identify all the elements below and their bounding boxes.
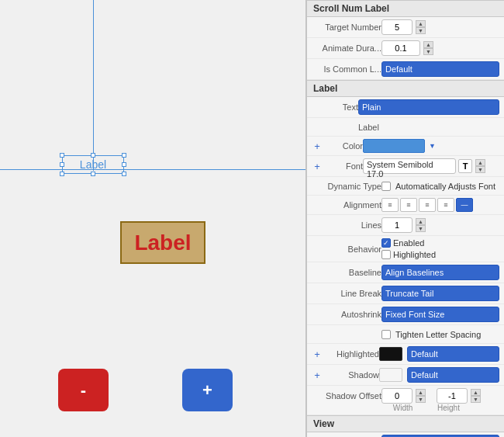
- tighten-checkbox[interactable]: [381, 330, 391, 339]
- lines-down[interactable]: ▼: [416, 225, 426, 232]
- label-sublabel-text: Label: [358, 123, 379, 132]
- font-plus-icon[interactable]: +: [312, 161, 323, 172]
- target-number-label: Target Number: [312, 23, 381, 32]
- behavior-enabled-checkbox[interactable]: ✓: [381, 238, 391, 248]
- font-label: Font: [323, 161, 363, 171]
- shadow-height-down[interactable]: ▼: [471, 396, 481, 403]
- shadow-width-up[interactable]: ▲: [416, 389, 426, 396]
- label-sublabel-container: Label: [358, 123, 499, 132]
- autoshrink-dropdown-arrow: ▼: [488, 310, 495, 318]
- lines-up[interactable]: ▲: [416, 218, 426, 225]
- behavior-value-container: ✓ Enabled Highlighted: [381, 238, 499, 259]
- shadow-offset-labels-row: Width Height: [381, 404, 470, 412]
- animate-duration-stepper[interactable]: ▲ ▼: [423, 41, 433, 55]
- selection-handle-bc[interactable]: [91, 172, 95, 176]
- animate-duration-input[interactable]: 0.1: [381, 40, 420, 56]
- selection-handle-tr[interactable]: [122, 153, 126, 158]
- shadow-height-up[interactable]: ▲: [471, 389, 481, 396]
- shadow-color-swatch[interactable]: [379, 368, 402, 382]
- selected-label-widget[interactable]: Label: [62, 155, 124, 174]
- font-size-down[interactable]: ▼: [475, 166, 485, 173]
- tighten-value-container: Tighten Letter Spacing: [381, 330, 499, 339]
- align-justify-btn[interactable]: ≡: [437, 198, 454, 212]
- animate-duration-up[interactable]: ▲: [423, 41, 433, 48]
- shadow-dropdown[interactable]: Default ▼: [407, 367, 499, 383]
- target-number-down[interactable]: ▼: [416, 27, 426, 34]
- shadow-offset-height-stepper[interactable]: ▲ ▼: [471, 389, 481, 403]
- lines-stepper[interactable]: ▲ ▼: [416, 218, 426, 232]
- lines-input[interactable]: 1: [381, 217, 413, 233]
- text-value-container: Plain ▼: [358, 99, 499, 115]
- behavior-highlighted-label: Highlighted: [393, 250, 436, 259]
- label-box-widget[interactable]: Label: [120, 221, 205, 264]
- color-row: + Color ▼: [307, 137, 504, 156]
- selection-handle-ml[interactable]: [60, 162, 64, 167]
- font-stepper[interactable]: ▲ ▼: [475, 159, 485, 173]
- selected-label-text: Label: [80, 158, 106, 171]
- font-T-button[interactable]: T: [458, 159, 472, 173]
- tighten-label: Tighten Letter Spacing: [395, 330, 481, 339]
- behavior-highlighted-checkbox[interactable]: [381, 250, 391, 259]
- font-input[interactable]: System Semibold 17.0: [363, 158, 456, 174]
- highlighted-color-swatch[interactable]: [379, 347, 402, 361]
- minus-button[interactable]: -: [58, 369, 109, 411]
- shadow-offset-width-stepper[interactable]: ▲ ▼: [416, 389, 426, 403]
- line-break-dropdown-arrow: ▼: [488, 290, 495, 297]
- selection-handle-tc[interactable]: [91, 153, 95, 158]
- autoshrink-label: Autoshrink: [312, 310, 381, 319]
- shadow-offset-top: Shadow Offset 0 ▲ ▼ -1 ▲ ▼: [312, 388, 499, 404]
- text-dropdown[interactable]: Plain ▼: [358, 99, 499, 115]
- highlighted-value-container: Default ▼: [379, 346, 499, 362]
- selection-handle-tl[interactable]: [60, 153, 64, 158]
- highlighted-dropdown[interactable]: Default ▼: [407, 346, 499, 362]
- color-dropdown-arrow: ▼: [429, 142, 436, 150]
- text-label: Text: [312, 102, 358, 112]
- is-common-dropdown-arrow: ▼: [488, 65, 495, 73]
- selection-handle-mr[interactable]: [122, 162, 126, 167]
- animate-duration-value-container: 0.1 ▲ ▼: [381, 40, 499, 56]
- dynamic-type-checkbox[interactable]: [381, 182, 391, 191]
- baseline-dropdown[interactable]: Align Baselines ▼: [381, 265, 499, 280]
- color-plus-icon[interactable]: +: [312, 140, 323, 152]
- baseline-dropdown-arrow: ▼: [488, 269, 495, 276]
- color-swatch[interactable]: [363, 139, 425, 153]
- animate-duration-row: Animate Dura... 0.1 ▲ ▼: [307, 38, 504, 59]
- target-number-stepper[interactable]: ▲ ▼: [416, 20, 426, 34]
- font-row: + Font System Semibold 17.0 T ▲ ▼: [307, 156, 504, 177]
- align-right-btn[interactable]: ≡: [419, 198, 436, 212]
- selection-handle-bl[interactable]: [60, 172, 64, 176]
- highlighted-plus-icon[interactable]: +: [312, 349, 323, 360]
- shadow-plus-icon[interactable]: +: [312, 369, 323, 381]
- font-size-up[interactable]: ▲: [475, 159, 485, 166]
- autoshrink-dropdown[interactable]: Fixed Font Size ▼: [381, 307, 499, 322]
- target-number-up[interactable]: ▲: [416, 20, 426, 27]
- baseline-label: Baseline: [312, 268, 381, 277]
- selection-handle-br[interactable]: [122, 172, 126, 176]
- is-common-dropdown[interactable]: Default ▼: [381, 61, 499, 77]
- section-scroll-num-label: Scroll Num Label: [307, 0, 504, 17]
- target-number-input[interactable]: 5: [381, 19, 413, 35]
- font-value-container: System Semibold 17.0 T ▲ ▼: [363, 158, 499, 174]
- is-common-label: Is Common L...: [312, 64, 381, 74]
- shadow-width-down[interactable]: ▼: [416, 396, 426, 403]
- line-break-dropdown[interactable]: Truncate Tail ▼: [381, 286, 499, 301]
- align-natural-btn[interactable]: —: [456, 198, 473, 212]
- lines-label: Lines: [312, 220, 381, 230]
- lines-row: Lines 1 ▲ ▼: [307, 215, 504, 236]
- shadow-offset-width-input[interactable]: 0: [381, 388, 413, 404]
- baseline-row: Baseline Align Baselines ▼: [307, 262, 504, 283]
- autoshrink-value-container: Fixed Font Size ▼: [381, 307, 499, 322]
- guide-line-vertical: [93, 0, 94, 171]
- behavior-enabled-row: ✓ Enabled: [381, 238, 424, 248]
- align-center-btn[interactable]: ≡: [400, 198, 417, 212]
- target-number-value-container: 5 ▲ ▼: [381, 19, 499, 35]
- align-left-btn[interactable]: ≡: [381, 198, 399, 212]
- behavior-enabled-label: Enabled: [393, 238, 424, 248]
- plus-button[interactable]: +: [182, 369, 233, 411]
- animate-duration-down[interactable]: ▼: [423, 48, 433, 55]
- height-label: Height: [427, 404, 470, 412]
- behavior-label: Behavior: [312, 245, 381, 254]
- shadow-offset-height-input[interactable]: -1: [437, 388, 468, 404]
- shadow-offset-label: Shadow Offset: [312, 391, 381, 401]
- content-mode-row: Content Mode Left ▼: [307, 432, 504, 437]
